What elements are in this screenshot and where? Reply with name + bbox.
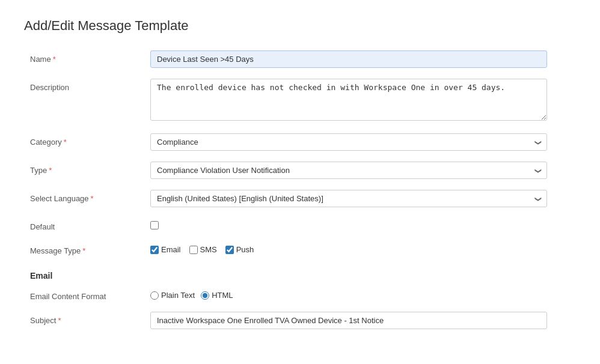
message-type-label: Message Type* [30, 242, 150, 255]
category-field-wrap: Compliance Enrollment General [150, 133, 547, 151]
email-type-label: Email [161, 245, 181, 254]
email-content-format-label: Email Content Format [30, 288, 150, 301]
description-row: Description [24, 79, 576, 123]
type-select-wrap: Compliance Violation User Notification D… [150, 162, 547, 179]
language-label: Select Language* [30, 190, 150, 203]
category-label: Category* [30, 133, 150, 147]
name-field-wrap [150, 50, 547, 68]
description-field-wrap [150, 79, 547, 123]
subject-field-wrap [150, 312, 547, 329]
subject-input[interactable] [150, 312, 547, 329]
description-input[interactable] [150, 79, 547, 121]
sms-type-label: SMS [200, 245, 217, 254]
language-select-wrap: English (United States) [English (United… [150, 190, 547, 207]
subject-label: Subject* [30, 312, 150, 325]
push-checkbox[interactable] [225, 246, 234, 254]
type-field-wrap: Compliance Violation User Notification D… [150, 162, 547, 179]
category-select-wrap: Compliance Enrollment General [150, 133, 547, 151]
default-row: Default [24, 218, 576, 231]
name-input[interactable] [150, 50, 547, 68]
html-radio-item: HTML [201, 291, 233, 300]
language-select[interactable]: English (United States) [English (United… [150, 190, 547, 207]
default-checkbox[interactable] [150, 221, 159, 229]
email-section-heading: Email [24, 266, 576, 285]
default-label: Default [30, 218, 150, 231]
language-row: Select Language* English (United States)… [24, 190, 576, 207]
email-content-format-row: Email Content Format Plain Text HTML [24, 288, 576, 301]
description-label: Description [30, 79, 150, 92]
html-label: HTML [212, 291, 233, 300]
sms-type-item: SMS [189, 245, 217, 254]
category-row: Category* Compliance Enrollment General [24, 133, 576, 151]
email-content-format-wrap: Plain Text HTML [150, 288, 547, 300]
name-label: Name* [30, 50, 150, 64]
language-field-wrap: English (United States) [English (United… [150, 190, 547, 207]
html-radio[interactable] [201, 291, 209, 300]
message-type-options: Email SMS Push [150, 242, 547, 254]
type-select[interactable]: Compliance Violation User Notification D… [150, 162, 547, 179]
email-content-format-options: Plain Text HTML [150, 288, 547, 300]
email-checkbox[interactable] [150, 246, 159, 254]
plain-text-radio-item: Plain Text [150, 291, 195, 300]
subject-row: Subject* [24, 312, 576, 329]
sms-checkbox[interactable] [189, 246, 198, 254]
push-type-label: Push [236, 245, 254, 254]
category-select[interactable]: Compliance Enrollment General [150, 133, 547, 151]
email-type-item: Email [150, 245, 181, 254]
message-type-row: Message Type* Email SMS Push [24, 242, 576, 255]
type-row: Type* Compliance Violation User Notifica… [24, 162, 576, 179]
default-checkbox-wrap [150, 218, 547, 229]
message-type-field-wrap: Email SMS Push [150, 242, 547, 254]
push-type-item: Push [225, 245, 254, 254]
type-label: Type* [30, 162, 150, 175]
plain-text-radio[interactable] [150, 291, 159, 300]
page-title: Add/Edit Message Template [24, 18, 576, 34]
plain-text-label: Plain Text [161, 291, 195, 300]
name-row: Name* [24, 50, 576, 68]
default-field-wrap [150, 218, 547, 229]
